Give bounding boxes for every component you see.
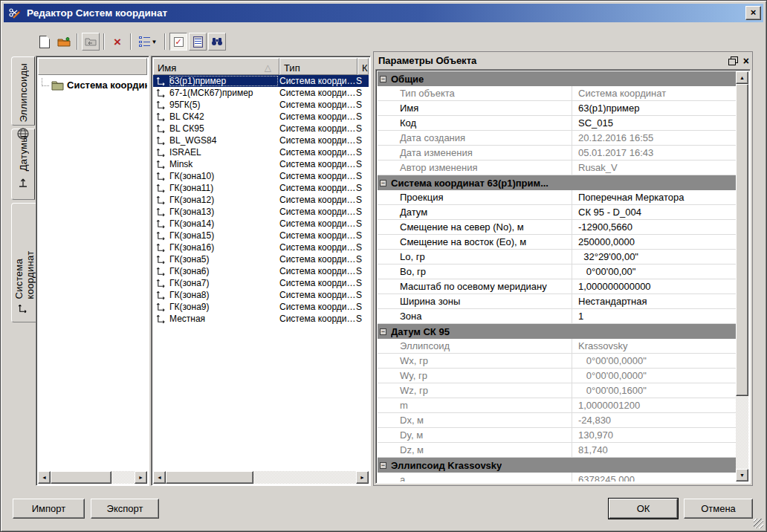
property-value[interactable]: 63(p1)пример bbox=[572, 101, 736, 115]
tree-hscrollbar[interactable]: ◄ ► bbox=[38, 471, 147, 484]
tab-coordinate-systems[interactable]: Система координат bbox=[11, 203, 36, 322]
delete-button[interactable]: × bbox=[109, 33, 126, 51]
property-row: Lo, гр 32°29'00,00" bbox=[378, 250, 736, 265]
panel-close-icon[interactable]: × bbox=[743, 56, 749, 65]
property-value[interactable]: 32°29'00,00" bbox=[572, 250, 736, 264]
row-code: S bbox=[356, 254, 369, 265]
list-row[interactable]: ГК(зона6)Система координатS bbox=[153, 265, 369, 277]
list-row[interactable]: ГК(зона14)Система координатS bbox=[153, 218, 369, 230]
list-row[interactable]: ГК(зона11)Система координатS bbox=[153, 182, 369, 194]
section-header[interactable]: −Эллипсоид Krassovsky bbox=[378, 458, 736, 473]
tab-datums[interactable]: Датумы bbox=[11, 129, 35, 200]
coord-axis-icon bbox=[18, 304, 31, 317]
list-row[interactable]: 67-1(МСК67)примерСистема координатS bbox=[153, 87, 369, 99]
tree-item-coordinate-systems[interactable]: Система координат bbox=[38, 78, 147, 92]
export-button[interactable]: Экспорт bbox=[91, 499, 159, 519]
property-label: Автор изменения bbox=[378, 160, 572, 175]
tab-label: Система координат bbox=[13, 210, 36, 299]
property-row: ЭллипсоидKrassovsky bbox=[378, 339, 736, 354]
column-header-code[interactable]: К bbox=[357, 58, 369, 75]
list-row[interactable]: ГК(зона9)Система координатS bbox=[153, 301, 369, 313]
section-title: Общие bbox=[391, 74, 424, 85]
details-view-button[interactable]: ▼ bbox=[135, 33, 161, 51]
row-name: BL_WGS84 bbox=[169, 135, 278, 146]
list-row[interactable]: BL СК95Система координатS bbox=[153, 123, 369, 134]
scroll-right-icon[interactable]: ► bbox=[135, 471, 147, 484]
ok-button[interactable]: ОК bbox=[609, 499, 678, 519]
float-panel-icon[interactable] bbox=[728, 56, 737, 65]
property-value[interactable]: Поперечная Меркатора bbox=[572, 190, 736, 204]
list-row[interactable]: МестнаяСистема координатS bbox=[153, 313, 369, 325]
scroll-thumb[interactable] bbox=[166, 471, 253, 484]
scroll-down-icon[interactable]: ▼ bbox=[736, 469, 748, 481]
title-bar: Редактор Систем координат × bbox=[4, 4, 763, 22]
cancel-button[interactable]: Отмена bbox=[684, 499, 753, 519]
collapse-icon[interactable]: − bbox=[380, 76, 386, 82]
coord-axis-icon bbox=[153, 219, 169, 229]
text-view-button[interactable] bbox=[189, 33, 207, 51]
property-label: Имя bbox=[378, 101, 572, 115]
list-row[interactable]: ГК(зона12)Система координатS bbox=[153, 194, 369, 206]
list-row[interactable]: ГК(зона15)Система координатS bbox=[153, 230, 369, 241]
property-value[interactable]: SC_015 bbox=[572, 116, 736, 130]
property-label: Dz, м bbox=[378, 443, 572, 457]
property-value[interactable]: -12900,5660 bbox=[572, 220, 736, 234]
scroll-left-icon[interactable]: ◄ bbox=[153, 471, 166, 484]
scroll-left-icon[interactable]: ◄ bbox=[38, 471, 51, 484]
section-header[interactable]: −Датум СК 95 bbox=[378, 324, 736, 339]
row-name: Minsk bbox=[169, 159, 278, 169]
list-hscrollbar[interactable]: ◄ ► bbox=[153, 471, 369, 484]
new-document-button[interactable] bbox=[36, 33, 54, 51]
property-value[interactable]: 250000,0000 bbox=[572, 235, 736, 249]
find-button[interactable] bbox=[208, 33, 226, 51]
filter-check-button[interactable]: ✓ bbox=[169, 33, 187, 51]
list-row[interactable]: BL_WGS84Система координатS bbox=[153, 134, 369, 146]
scroll-thumb[interactable] bbox=[736, 84, 748, 396]
property-value[interactable]: СК 95 - D_004 bbox=[572, 205, 736, 219]
toolbar: × ▼ ✓ bbox=[35, 31, 227, 52]
import-button[interactable]: Импорт bbox=[13, 499, 85, 519]
property-value[interactable]: 1,000000000000 bbox=[572, 279, 736, 293]
app-icon bbox=[8, 7, 22, 20]
row-code: S bbox=[356, 123, 369, 134]
list-row[interactable]: ГК(зона16)Система координатS bbox=[153, 241, 369, 253]
list-row[interactable]: ISRAELСистема координатS bbox=[153, 146, 369, 158]
list-row[interactable]: ГК(зона10)Система координатS bbox=[153, 170, 369, 182]
open-button[interactable] bbox=[55, 33, 73, 51]
scroll-up-icon[interactable]: ▲ bbox=[736, 71, 748, 84]
tree-column-header[interactable] bbox=[38, 58, 147, 75]
row-code: S bbox=[356, 242, 369, 253]
list-row[interactable]: ГК(зона8)Система координатS bbox=[153, 289, 369, 301]
coord-axis-icon bbox=[153, 291, 169, 300]
property-value[interactable]: 0°00'00,00" bbox=[572, 265, 736, 279]
row-code: S bbox=[356, 183, 369, 193]
section-header[interactable]: −Общие bbox=[378, 71, 736, 86]
collapse-icon[interactable]: − bbox=[380, 180, 386, 186]
tab-ellipsoids[interactable]: Эллипсоиды bbox=[11, 56, 35, 126]
list-row[interactable]: BL СК42Система координатS bbox=[153, 111, 369, 123]
property-label: Датум bbox=[378, 205, 572, 219]
list-row[interactable]: 63(p1)примерСистема координатS bbox=[153, 75, 369, 87]
list-row[interactable]: 95ГК(5)Система координатS bbox=[153, 99, 369, 111]
collapse-icon[interactable]: − bbox=[380, 462, 386, 469]
resize-grip[interactable] bbox=[754, 519, 763, 528]
column-header-type[interactable]: Тип bbox=[279, 58, 357, 75]
list-row[interactable]: ГК(зона5)Система координатS bbox=[153, 253, 369, 265]
scroll-right-icon[interactable]: ► bbox=[356, 471, 369, 484]
property-value[interactable]: Нестандартная bbox=[572, 294, 736, 308]
properties-vscrollbar[interactable]: ▲ ▼ bbox=[736, 71, 748, 481]
column-header-name[interactable]: Имя △ bbox=[153, 58, 279, 75]
list-row[interactable]: ГК(зона13)Система координатS bbox=[153, 206, 369, 218]
row-name: 67-1(МСК67)пример bbox=[169, 88, 278, 98]
property-value[interactable]: 1 bbox=[572, 309, 736, 323]
list-row[interactable]: ГК(зона7)Система координатS bbox=[153, 277, 369, 289]
property-value: 1,0000001200 bbox=[572, 398, 736, 412]
scroll-thumb[interactable] bbox=[51, 471, 111, 484]
close-icon[interactable]: × bbox=[745, 6, 761, 20]
row-code: S bbox=[356, 135, 369, 146]
coord-axis-icon bbox=[153, 302, 169, 312]
properties-header: Параметры Объекта × bbox=[374, 52, 752, 69]
section-header[interactable]: −Система координат 63(p1)прим... bbox=[378, 175, 736, 190]
list-row[interactable]: MinskСистема координатS bbox=[153, 158, 369, 170]
collapse-icon[interactable]: − bbox=[380, 328, 386, 335]
